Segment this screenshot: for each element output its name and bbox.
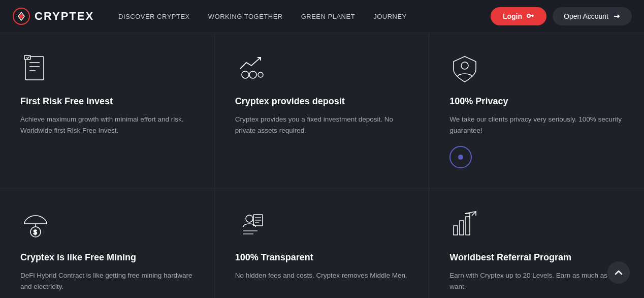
privacy-title: 100% Privacy	[449, 96, 624, 107]
features-grid: First Risk Free Invest Achieve maximum g…	[0, 33, 644, 298]
key-icon	[526, 12, 534, 20]
risk-free-icon-wrap	[20, 53, 194, 86]
feature-card-transparent: 100% Transparent No hidden fees and cost…	[215, 189, 430, 298]
deposit-desc: Cryptex provides you a fixed investment …	[235, 114, 409, 137]
nav-links: DISCOVER CRYPTEX WORKING TOGETHER GREEN …	[118, 13, 491, 20]
transparent-title: 100% Transparent	[235, 252, 409, 263]
svg-rect-3	[25, 56, 44, 80]
dot-indicator	[449, 146, 472, 168]
checklist-icon	[20, 53, 51, 84]
feature-card-deposit: Cryptex provides deposit Cryptex provide…	[215, 33, 430, 189]
feature-card-risk-free: First Risk Free Invest Achieve maximum g…	[0, 33, 215, 189]
mining-icon: $	[20, 210, 51, 240]
privacy-icon-wrap	[449, 53, 624, 86]
referral-icon-wrap	[449, 210, 624, 242]
svg-rect-23	[460, 221, 464, 235]
growth-icon	[235, 53, 266, 84]
document-person-icon	[235, 210, 266, 240]
navbar: CRYPTEX DISCOVER CRYPTEX WORKING TOGETHE…	[0, 0, 644, 33]
svg-rect-24	[466, 217, 470, 235]
dot-inner	[458, 155, 463, 160]
svg-point-1	[19, 14, 23, 18]
shield-user-icon	[449, 53, 480, 84]
brand-name: CRYPTEX	[35, 10, 94, 23]
feature-card-mining: $ Cryptex is like Free Mining DeFi Hybri…	[0, 189, 215, 298]
svg-point-9	[249, 71, 256, 78]
transparent-icon-wrap	[235, 210, 409, 242]
privacy-desc: We take our clients privacy very serious…	[449, 114, 624, 137]
svg-point-10	[258, 72, 263, 77]
referral-title: Worldbest Referral Program	[449, 252, 624, 263]
transparent-desc: No hidden fees and costs. Cryptex remove…	[235, 270, 409, 281]
mining-title: Cryptex is like Free Mining	[20, 252, 194, 263]
login-button[interactable]: Login	[491, 7, 546, 25]
nav-working[interactable]: WORKING TOGETHER	[208, 13, 283, 20]
feature-card-privacy: 100% Privacy We take our clients privacy…	[429, 33, 644, 189]
deposit-title: Cryptex provides deposit	[235, 96, 409, 107]
mining-icon-wrap: $	[20, 210, 194, 242]
mining-desc: DeFi Hybrid Contract is like getting fre…	[20, 270, 194, 293]
login-label: Login	[503, 12, 522, 20]
arrow-right-icon	[613, 12, 621, 20]
logo-icon	[12, 7, 30, 25]
open-account-label: Open Account	[564, 12, 608, 20]
nav-green[interactable]: GREEN PLANET	[301, 13, 355, 20]
nav-actions: Login Open Account	[491, 7, 632, 25]
scroll-to-top-button[interactable]	[607, 261, 630, 284]
risk-free-desc: Achieve maximum growth with minimal effo…	[20, 114, 194, 137]
nav-discover[interactable]: DISCOVER CRYPTEX	[118, 13, 190, 20]
svg-rect-22	[454, 226, 458, 235]
svg-point-2	[527, 14, 530, 17]
logo[interactable]: CRYPTEX	[12, 7, 94, 25]
chevron-up-icon	[614, 268, 623, 277]
deposit-icon-wrap	[235, 53, 409, 86]
svg-point-11	[461, 62, 468, 69]
svg-point-8	[242, 71, 249, 78]
nav-journey[interactable]: JOURNEY	[373, 13, 407, 20]
referral-desc: Earn with Cryptex up to 20 Levels. Earn …	[449, 270, 624, 293]
open-account-button[interactable]: Open Account	[553, 7, 632, 25]
svg-text:$: $	[34, 229, 37, 236]
chart-growth-icon	[449, 210, 480, 240]
svg-point-15	[246, 215, 253, 222]
risk-free-title: First Risk Free Invest	[20, 96, 194, 107]
